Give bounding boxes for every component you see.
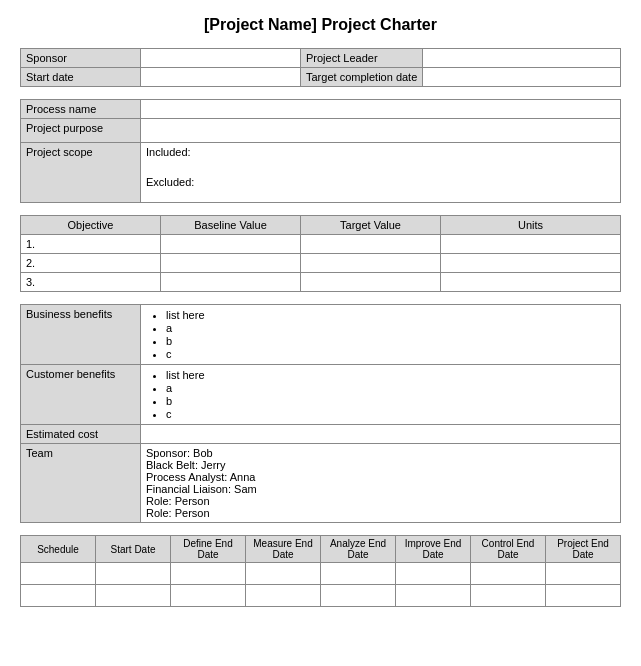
objective-header: Objective [21, 216, 161, 235]
units-3 [441, 273, 621, 292]
target-2 [301, 254, 441, 273]
customer-benefits-value: list here a b c [141, 365, 621, 425]
benefits-table: Business benefits list here a b c Custom… [20, 304, 621, 523]
schedule-row2-measure [246, 585, 321, 607]
schedule-row2-project [546, 585, 621, 607]
table-row: 1. [21, 235, 621, 254]
list-item: a [166, 382, 615, 394]
analyze-end-date-header: Analyze End Date [321, 536, 396, 563]
list-item: c [166, 408, 615, 420]
schedule-row2-analyze [321, 585, 396, 607]
sponsor-value [141, 49, 301, 68]
units-header: Units [441, 216, 621, 235]
define-end-date-header: Define End Date [171, 536, 246, 563]
schedule-row2-improve [396, 585, 471, 607]
baseline-1 [161, 235, 301, 254]
target-completion-label: Target completion date [301, 68, 423, 87]
project-leader-value [423, 49, 621, 68]
customer-benefits-label: Customer benefits [21, 365, 141, 425]
objectives-table: Objective Baseline Value Target Value Un… [20, 215, 621, 292]
schedule-row1-analyze [321, 563, 396, 585]
schedule-row2-define [171, 585, 246, 607]
target-3 [301, 273, 441, 292]
project-purpose-label: Project purpose [21, 119, 141, 143]
table-row: 2. [21, 254, 621, 273]
business-benefits-label: Business benefits [21, 305, 141, 365]
schedule-row1-schedule [21, 563, 96, 585]
obj-1: 1. [21, 235, 161, 254]
obj-2: 2. [21, 254, 161, 273]
project-purpose-value [141, 119, 621, 143]
list-item: list here [166, 369, 615, 381]
project-leader-label: Project Leader [301, 49, 423, 68]
project-end-date-header: Project End Date [546, 536, 621, 563]
baseline-2 [161, 254, 301, 273]
list-item: b [166, 335, 615, 347]
measure-end-date-header: Measure End Date [246, 536, 321, 563]
team-label: Team [21, 444, 141, 523]
estimated-cost-label: Estimated cost [21, 425, 141, 444]
sponsor-label: Sponsor [21, 49, 141, 68]
info-table: Sponsor Project Leader Start date Target… [20, 48, 621, 87]
list-item: c [166, 348, 615, 360]
units-1 [441, 235, 621, 254]
included-label: Included: [146, 146, 615, 158]
schedule-row2-control [471, 585, 546, 607]
units-2 [441, 254, 621, 273]
list-item: b [166, 395, 615, 407]
schedule-row1-improve [396, 563, 471, 585]
schedule-header: Schedule [21, 536, 96, 563]
business-benefits-value: list here a b c [141, 305, 621, 365]
list-item: list here [166, 309, 615, 321]
details-table: Process name Project purpose Project sco… [20, 99, 621, 203]
table-row [21, 585, 621, 607]
start-date-value [141, 68, 301, 87]
baseline-3 [161, 273, 301, 292]
control-end-date-header: Control End Date [471, 536, 546, 563]
baseline-header: Baseline Value [161, 216, 301, 235]
target-completion-value [423, 68, 621, 87]
excluded-label: Excluded: [146, 176, 615, 188]
table-row [21, 563, 621, 585]
start-date-label: Start date [21, 68, 141, 87]
target-1 [301, 235, 441, 254]
obj-3: 3. [21, 273, 161, 292]
schedule-row1-define [171, 563, 246, 585]
schedule-row2-schedule [21, 585, 96, 607]
schedule-table: Schedule Start Date Define End Date Meas… [20, 535, 621, 607]
start-date-header: Start Date [96, 536, 171, 563]
project-scope-value: Included: Excluded: [141, 143, 621, 203]
improve-end-date-header: Improve End Date [396, 536, 471, 563]
schedule-row1-project [546, 563, 621, 585]
schedule-row2-start [96, 585, 171, 607]
table-row: 3. [21, 273, 621, 292]
schedule-row1-start [96, 563, 171, 585]
estimated-cost-value [141, 425, 621, 444]
team-value: Sponsor: Bob Black Belt: Jerry Process A… [141, 444, 621, 523]
schedule-row1-control [471, 563, 546, 585]
page-title: [Project Name] Project Charter [20, 16, 621, 34]
schedule-row1-measure [246, 563, 321, 585]
process-name-label: Process name [21, 100, 141, 119]
list-item: a [166, 322, 615, 334]
project-scope-label: Project scope [21, 143, 141, 203]
target-header: Target Value [301, 216, 441, 235]
process-name-value [141, 100, 621, 119]
